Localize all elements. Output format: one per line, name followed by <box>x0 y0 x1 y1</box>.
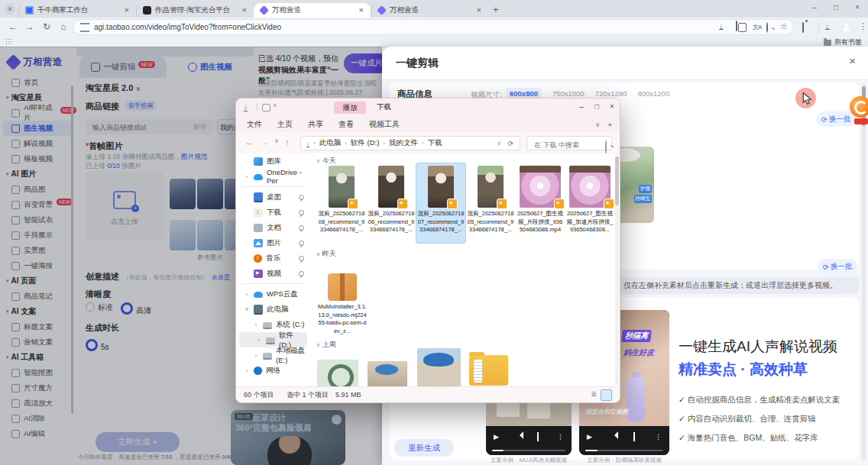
explorer-sidebar-item[interactable]: 音乐 <box>236 250 310 266</box>
menu-file[interactable]: 文件 <box>247 119 262 130</box>
explorer-sidebar-item[interactable]: 视频 <box>236 266 310 281</box>
explorer-sidebar-item[interactable]: 下载 <box>236 205 310 220</box>
menu-share[interactable]: 共享 <box>308 119 323 130</box>
tab-search-chevron-icon[interactable]: ∨ <box>5 4 15 15</box>
back-icon[interactable]: ← <box>6 20 20 34</box>
panel-close-icon[interactable]: × <box>849 54 856 67</box>
ribbon-expand-icon[interactable]: ∨ <box>595 121 600 128</box>
explorer-search-input[interactable] <box>533 140 601 150</box>
file-tile[interactable]: 混剪_202506271805_recommend_933466874178_.… <box>466 163 515 243</box>
explorer-titlebar[interactable]: ↓ | ∨ 播放 下载 – □ × <box>236 98 620 117</box>
qa-chevron-icon[interactable]: ∨ <box>273 102 277 108</box>
close-button[interactable]: × <box>847 0 868 15</box>
progress-bar[interactable] <box>492 450 565 451</box>
explorer-close[interactable]: × <box>604 98 620 115</box>
floating-promo-tag[interactable] <box>854 118 868 124</box>
crumb-drive-d[interactable]: 软件 (D:) <box>351 138 379 148</box>
crumb-dropdown-icon[interactable]: ∨ <box>497 140 501 147</box>
size-option[interactable]: 750x1000 <box>552 89 585 98</box>
menu-home[interactable]: 主页 <box>277 119 293 130</box>
regenerate-button[interactable]: 重新生成 <box>394 439 454 457</box>
explorer-sidebar-item[interactable]: ›系统 (C:) <box>236 317 310 332</box>
refresh-icon[interactable]: ⟳ <box>507 140 513 147</box>
explorer-minimize[interactable]: – <box>574 98 589 115</box>
explorer-sidebar-item[interactable]: 文档 <box>236 220 310 235</box>
menu-video-tools[interactable]: 视频工具 <box>369 119 400 130</box>
browser-tab[interactable]: 万相营造× <box>254 3 371 18</box>
file-tile[interactable]: 混剪_202506271806_recommend_933466874178_.… <box>367 163 416 243</box>
fullscreen-icon[interactable] <box>633 433 635 441</box>
apps-grid-icon[interactable] <box>6 39 7 40</box>
crumb-downloads[interactable]: 下载 <box>428 138 442 148</box>
file-tile[interactable]: 20250627_图生视频_加速片段拼接_93650468308... <box>565 163 614 243</box>
swap-batch-button[interactable]: ⟳换一批 <box>816 111 856 127</box>
browser-tab[interactable]: 千牛商家工作台× <box>18 3 136 18</box>
extensions-icon[interactable] <box>802 23 804 32</box>
explorer-sidebar-item[interactable]: ›本地磁盘 (E:) <box>236 347 310 363</box>
explorer-sidebar-item[interactable]: ›WPS云盘 <box>236 286 310 302</box>
player-menu-icon[interactable]: ⋮ <box>557 433 564 441</box>
omnibox[interactable]: agi.taobao.com/video/imgToVideo?from=one… <box>73 20 793 34</box>
new-tab-button[interactable]: + <box>493 4 499 15</box>
explorer-sidebar-item[interactable]: ∨此电脑 <box>236 302 310 317</box>
nav-recent-icon[interactable]: ∨ <box>274 137 279 144</box>
home-icon[interactable]: ⌂ <box>57 20 70 34</box>
browser-tab[interactable]: 万相营造× <box>371 3 488 18</box>
browser-tab[interactable]: 作品管理-淘宝光合平台× <box>136 3 254 18</box>
nav-up-icon[interactable]: ↑ <box>285 137 290 147</box>
bookmark-star-icon[interactable]: ☆ <box>780 21 788 31</box>
play-icon[interactable]: ▶ <box>494 433 499 441</box>
site-settings-icon[interactable] <box>80 23 89 32</box>
player-menu-icon[interactable]: ⋮ <box>655 433 662 441</box>
explorer-sidebar-item[interactable]: 图片 <box>236 235 310 250</box>
explorer-sidebar-item[interactable]: 桌面 <box>236 189 310 205</box>
file-tile-mumu[interactable]: MuMuInstaller_3.1.13.0_niesdc-mj22455-ba… <box>317 257 368 337</box>
explorer-sidebar-item[interactable]: 图库 <box>236 153 310 169</box>
explorer-sidebar-item[interactable]: ›软件 (D:) <box>239 332 307 347</box>
minimize-button[interactable]: – <box>804 0 825 15</box>
forward-icon[interactable]: → <box>23 20 37 34</box>
ribbon-help-icon[interactable]: + <box>607 121 612 129</box>
reload-icon[interactable]: ↻ <box>40 20 53 34</box>
file-tile[interactable]: 混剪_202506271807_recommend_933466874178_.… <box>416 163 465 243</box>
file-tile-zip-folder[interactable] <box>469 355 508 386</box>
zoom-icon[interactable] <box>766 23 768 32</box>
size-option[interactable]: 800x1200 <box>637 89 669 98</box>
browser-menu-icon[interactable]: ⋮ <box>859 21 867 31</box>
qa-tool-icon[interactable] <box>262 104 270 111</box>
size-option[interactable]: 720x1280 <box>595 89 627 98</box>
download-page-icon[interactable]: ↓ <box>719 21 724 30</box>
menu-view[interactable]: 查看 <box>338 119 354 130</box>
file-tile-image[interactable] <box>317 360 358 387</box>
progress-bar[interactable] <box>585 450 663 451</box>
explorer-sidebar-item[interactable]: ›OneDrive - Per <box>236 169 310 184</box>
explorer-maximize[interactable]: □ <box>589 98 604 115</box>
file-tile-image[interactable] <box>417 348 461 387</box>
fullscreen-icon[interactable] <box>537 433 539 441</box>
tab-close-icon[interactable]: × <box>476 6 482 15</box>
file-tile[interactable]: 20250627_图生视频_片段拼接_936504683086.mp4 <box>516 163 565 243</box>
copy-icon[interactable] <box>736 21 737 31</box>
url-text[interactable]: agi.taobao.com/video/imgToVideo?from=one… <box>94 23 281 31</box>
file-tile-image[interactable] <box>368 361 407 387</box>
floating-promo-badge[interactable] <box>850 96 868 118</box>
quick-access-download-icon[interactable]: ↓ <box>244 102 248 111</box>
crumb-my-files[interactable]: 我的文件 <box>389 138 418 148</box>
group-header-lastweek[interactable]: ∨ 上周 <box>316 340 336 350</box>
maximize-button[interactable]: □ <box>825 0 847 15</box>
play-icon[interactable]: ▶ <box>587 433 592 441</box>
volume-icon[interactable] <box>517 433 519 441</box>
list-view-icon[interactable]: ≣ <box>591 390 597 398</box>
explorer-play-tab[interactable]: 播放 <box>334 102 366 114</box>
panel-scrollbar-track[interactable] <box>862 83 866 460</box>
explorer-scrollbar-thumb[interactable] <box>615 157 619 205</box>
breadcrumb[interactable]: ↓ ›此电脑 ›软件 (D:) ›我的文件 ›下载 ∨ ⟳ <box>300 136 520 150</box>
file-tile[interactable]: 混剪_202506271808_recommend_933466874178_.… <box>317 163 366 243</box>
tab-close-icon[interactable]: × <box>124 6 130 15</box>
nav-forward-icon[interactable]: → <box>261 137 269 147</box>
swap-batch-button[interactable]: ⟳换一批 <box>818 259 857 274</box>
translate-icon[interactable]: 文A <box>753 21 761 31</box>
downloads-icon[interactable]: ↓ <box>825 21 830 30</box>
volume-icon[interactable] <box>612 433 614 441</box>
explorer-sidebar-item[interactable]: ›网络 <box>236 363 310 378</box>
